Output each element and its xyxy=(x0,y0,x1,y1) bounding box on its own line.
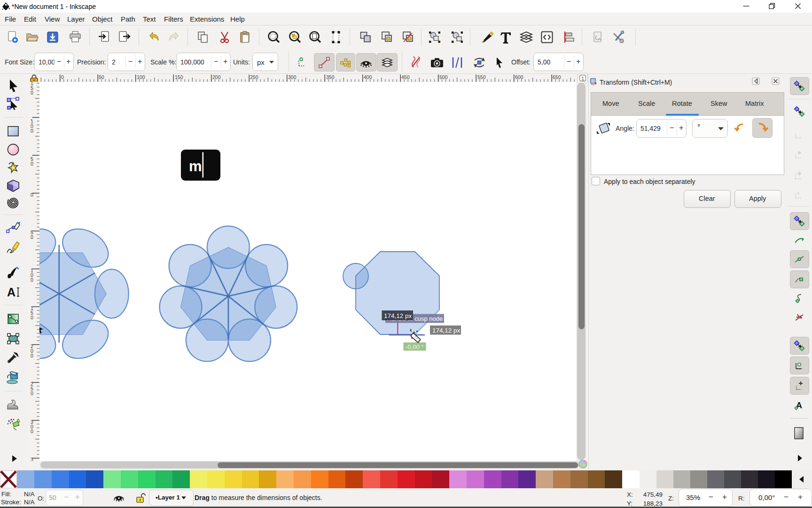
svg-text:650: 650 xyxy=(553,74,561,80)
svg-text:150: 150 xyxy=(175,74,183,80)
svg-text:A: A xyxy=(7,286,16,299)
svg-text:174,12 px: 174,12 px xyxy=(432,327,461,334)
svg-text:1: 1 xyxy=(581,76,584,81)
svg-text:174,12 px: 174,12 px xyxy=(384,312,412,319)
svg-text:600: 600 xyxy=(515,74,523,80)
svg-text:0: 0 xyxy=(31,90,33,95)
svg-text:0: 0 xyxy=(31,429,33,434)
svg-text:0: 0 xyxy=(31,277,33,283)
svg-text:300: 300 xyxy=(288,74,297,80)
svg-text:550: 550 xyxy=(477,74,486,80)
svg-text:400: 400 xyxy=(364,74,372,80)
svg-text:450: 450 xyxy=(401,74,410,80)
svg-text:-0,00 °: -0,00 ° xyxy=(406,343,423,350)
svg-text:0: 0 xyxy=(61,74,64,80)
svg-text:350: 350 xyxy=(326,74,335,80)
svg-text:m: m xyxy=(189,158,202,175)
svg-text:3: 3 xyxy=(31,457,33,461)
svg-text:200: 200 xyxy=(212,74,221,80)
svg-text:0: 0 xyxy=(31,390,33,396)
svg-text:0: 0 xyxy=(31,315,33,320)
svg-text:0: 0 xyxy=(31,192,33,198)
svg-text:0: 0 xyxy=(31,353,33,358)
svg-text:250: 250 xyxy=(250,74,258,80)
svg-text:0: 0 xyxy=(31,128,33,134)
svg-text:500: 500 xyxy=(439,74,448,80)
svg-text:100: 100 xyxy=(137,74,145,80)
svg-text:0: 0 xyxy=(31,234,33,240)
svg-text:0: 0 xyxy=(31,161,33,167)
svg-text:50: 50 xyxy=(99,74,104,80)
